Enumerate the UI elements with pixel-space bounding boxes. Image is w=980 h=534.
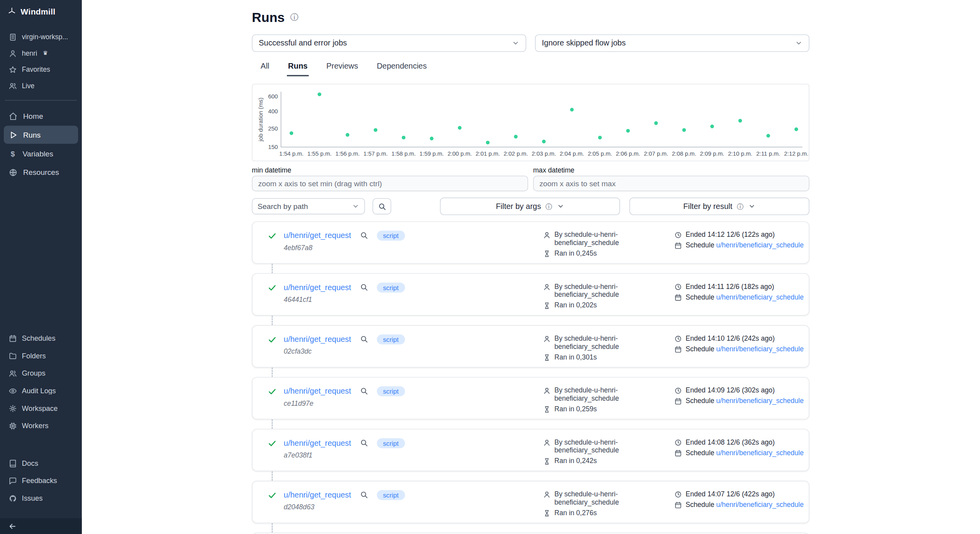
run-card[interactable]: u/henri/get_request script d2048d63 By s… [252, 481, 809, 523]
sidebar-item-label: Runs [23, 130, 41, 139]
inspect-run-icon[interactable] [360, 387, 368, 395]
job-kind-badge: script [377, 490, 405, 500]
users-icon [9, 82, 17, 90]
inspect-run-icon[interactable] [360, 335, 368, 343]
max-datetime-label: max datetime [533, 166, 809, 174]
sidebar-divider [5, 100, 77, 101]
sidebar-item-variables[interactable]: $ Variables [4, 144, 78, 162]
run-path-link[interactable]: u/henri/get_request [284, 231, 351, 240]
max-datetime-input[interactable] [533, 176, 809, 191]
job-kind-badge: script [377, 283, 405, 292]
schedule-link[interactable]: u/henri/beneficiary_schedule [716, 293, 804, 301]
sidebar-item-runs[interactable]: Runs [4, 125, 78, 143]
schedule-link[interactable]: u/henri/beneficiary_schedule [716, 241, 804, 249]
run-path-link[interactable]: u/henri/get_request [284, 490, 351, 499]
sidebar-item-resources[interactable]: Resources [4, 163, 78, 181]
run-id: a7e038f1 [284, 451, 543, 458]
sidebar-item-workspace[interactable]: Workspace [4, 400, 78, 417]
sidebar-item-docs[interactable]: Docs [4, 454, 78, 472]
inspect-run-icon[interactable] [360, 231, 368, 240]
sidebar-item-label: Workers [22, 422, 49, 429]
inspect-run-icon[interactable] [360, 491, 368, 499]
workspace-selector[interactable]: virgin-worksp... [4, 29, 78, 45]
duration-scatter-plot[interactable]: 150250400600job duration (ms)1:54 p.m.1:… [252, 84, 809, 161]
sidebar-item-schedules[interactable]: Schedules [4, 329, 78, 347]
svg-text:2:06 p.m.: 2:06 p.m. [616, 151, 640, 157]
svg-text:1:58 p.m.: 1:58 p.m. [392, 151, 416, 157]
filter-by-args-label: Filter by args [496, 202, 541, 211]
filter-by-args-button[interactable]: Filter by args ⓘ [440, 198, 620, 215]
play-icon [9, 130, 17, 139]
run-connector-line [272, 316, 273, 325]
run-card[interactable]: u/henri/get_request script a7e038f1 By s… [252, 429, 809, 471]
sidebar-item-issues[interactable]: Issues [4, 489, 78, 507]
svg-text:2:07 p.m.: 2:07 p.m. [644, 151, 668, 157]
filter-by-result-button[interactable]: Filter by result ⓘ [630, 198, 809, 215]
schedule-link[interactable]: u/henri/beneficiary_schedule [716, 397, 804, 404]
skipped-flow-select[interactable]: Ignore skipped flow jobs [535, 35, 809, 52]
sidebar-collapse-button[interactable] [0, 518, 82, 534]
run-path-link[interactable]: u/henri/get_request [284, 335, 351, 343]
filter-by-result-label: Filter by result [683, 202, 732, 211]
user-icon [543, 231, 551, 238]
svg-text:250: 250 [268, 125, 278, 132]
schedule-link[interactable]: u/henri/beneficiary_schedule [716, 501, 804, 508]
run-triggered-by: By schedule-u-henri-beneficiary_schedule [554, 231, 631, 247]
run-ended-at: Ended 14:07 12/6 (422s ago) [686, 490, 775, 498]
sidebar-item-favorites[interactable]: Favorites [4, 61, 78, 77]
run-card[interactable]: u/henri/get_request script 46441cf1 By s… [252, 273, 809, 316]
job-kind-badge: script [377, 386, 405, 396]
sidebar-item-audit-logs[interactable]: Audit Logs [4, 382, 78, 400]
inspect-run-icon[interactable] [360, 283, 368, 292]
sidebar-item-workers[interactable]: Workers [4, 417, 78, 434]
sidebar-item-label: Audit Logs [22, 387, 56, 394]
search-button[interactable] [372, 198, 391, 214]
sidebar-item-home[interactable]: Home [4, 107, 78, 125]
calendar-icon [674, 501, 682, 509]
tab-dependencies[interactable]: Dependencies [376, 62, 428, 76]
sidebar-item-live[interactable]: Live [4, 78, 78, 94]
tab-runs[interactable]: Runs [287, 62, 309, 76]
svg-text:2:04 p.m.: 2:04 p.m. [560, 151, 584, 157]
hourglass-icon [543, 250, 551, 257]
brand[interactable]: Windmill [0, 0, 82, 22]
success-check-icon [267, 386, 283, 411]
svg-text:job duration (ms): job duration (ms) [258, 98, 264, 142]
tab-previews[interactable]: Previews [325, 62, 359, 76]
run-schedule: Scheduleu/henri/beneficiary_schedule [686, 501, 804, 509]
success-check-icon [267, 334, 283, 360]
calendar-icon [674, 345, 682, 353]
inspect-run-icon[interactable] [360, 439, 368, 447]
run-card[interactable]: u/henri/get_request script By schedule-u… [252, 532, 809, 534]
info-icon: ⓘ [545, 202, 552, 211]
run-duration: Ran in 0,202s [554, 301, 597, 309]
runs-duration-chart[interactable]: 150250400600job duration (ms)1:54 p.m.1:… [252, 84, 809, 162]
search-by-path-input[interactable]: Search by path [252, 198, 365, 214]
info-icon[interactable]: ⓘ [290, 12, 299, 23]
sidebar-item-label: Groups [22, 369, 45, 377]
job-kind-select[interactable]: Successful and error jobs [252, 35, 526, 52]
schedule-link[interactable]: u/henri/beneficiary_schedule [716, 345, 804, 352]
tab-all[interactable]: All [260, 62, 271, 76]
run-card[interactable]: u/henri/get_request script ce11d97e By s… [252, 377, 809, 419]
clock-icon [674, 438, 682, 446]
run-card[interactable]: u/henri/get_request script 4ebf67a8 By s… [252, 221, 809, 263]
run-path-link[interactable]: u/henri/get_request [284, 283, 351, 292]
run-path-link[interactable]: u/henri/get_request [284, 439, 351, 447]
user-menu[interactable]: henri ♛ [4, 45, 78, 61]
svg-text:2:01 p.m.: 2:01 p.m. [475, 151, 500, 157]
user-icon [9, 49, 17, 57]
sidebar-item-folders[interactable]: Folders [4, 347, 78, 365]
success-check-icon [267, 438, 283, 463]
runs-tabs: All Runs Previews Dependencies [252, 62, 809, 76]
run-card[interactable]: u/henri/get_request script 02cfa3dc By s… [252, 325, 809, 367]
sidebar-item-groups[interactable]: Groups [4, 365, 78, 382]
sidebar-item-feedbacks[interactable]: Feedbacks [4, 472, 78, 490]
min-datetime-input[interactable] [252, 176, 528, 191]
schedule-link[interactable]: u/henri/beneficiary_schedule [716, 449, 804, 456]
run-connector-line [272, 264, 273, 273]
run-path-link[interactable]: u/henri/get_request [284, 387, 351, 396]
gear-icon [9, 404, 17, 412]
page-title: Runs [252, 10, 285, 25]
hourglass-icon [543, 302, 551, 309]
